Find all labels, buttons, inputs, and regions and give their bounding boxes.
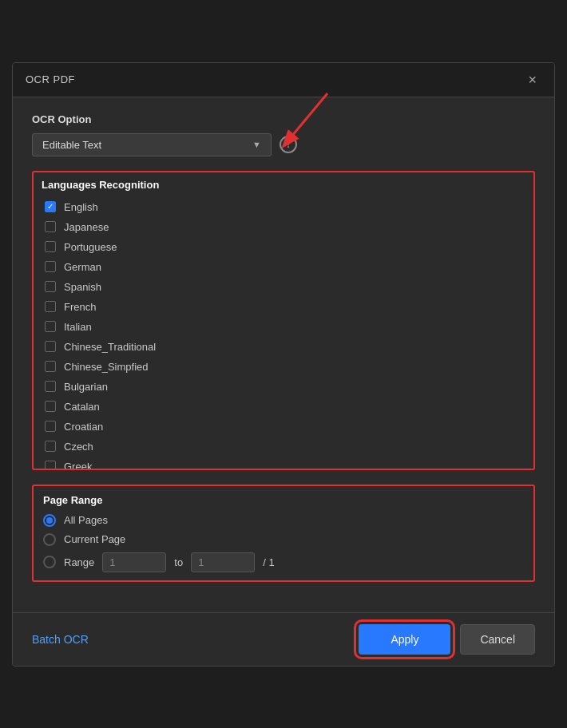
- language-item[interactable]: Japanese: [42, 217, 525, 237]
- language-name: French: [64, 301, 96, 313]
- language-item[interactable]: German: [42, 257, 525, 277]
- range-radio[interactable]: [43, 556, 56, 568]
- language-checkbox[interactable]: [45, 201, 56, 212]
- batch-ocr-button[interactable]: Batch OCR: [32, 633, 89, 646]
- language-checkbox[interactable]: [45, 461, 56, 469]
- language-checkbox[interactable]: [45, 401, 56, 412]
- language-checkbox[interactable]: [45, 281, 56, 292]
- range-label: Range: [64, 556, 94, 568]
- language-name: Croatian: [64, 421, 103, 433]
- language-item[interactable]: Portuguese: [42, 237, 525, 257]
- language-name: English: [64, 201, 98, 213]
- range-from-input[interactable]: [102, 552, 166, 572]
- current-page-row: Current Page: [43, 533, 524, 546]
- dialog-title: OCR PDF: [26, 73, 75, 85]
- language-item[interactable]: French: [42, 297, 525, 317]
- language-checkbox[interactable]: [45, 241, 56, 252]
- language-name: Czech: [64, 441, 93, 453]
- language-item[interactable]: Italian: [42, 317, 525, 337]
- language-name: Bulgarian: [64, 381, 108, 393]
- all-pages-row: All Pages: [43, 514, 524, 527]
- language-name: Spanish: [64, 281, 101, 293]
- language-name: German: [64, 261, 101, 273]
- languages-section: Languages Recognition EnglishJapanesePor…: [32, 171, 535, 470]
- ocr-option-row: Editable Text ▼ !: [32, 133, 535, 156]
- page-range-title: Page Range: [43, 494, 524, 506]
- language-name: Greek: [64, 461, 92, 469]
- ocr-option-label: OCR Option: [32, 113, 535, 125]
- to-label: to: [174, 556, 183, 568]
- title-bar: OCR PDF ×: [13, 63, 554, 97]
- current-page-label: Current Page: [64, 533, 125, 545]
- range-total: / 1: [263, 556, 274, 568]
- info-icon[interactable]: !: [280, 136, 297, 153]
- language-item[interactable]: Catalan: [42, 397, 525, 417]
- language-checkbox[interactable]: [45, 381, 56, 392]
- chevron-down-icon: ▼: [252, 140, 261, 149]
- language-checkbox[interactable]: [45, 321, 56, 332]
- language-item[interactable]: Chinese_Traditional: [42, 337, 525, 357]
- language-checkbox[interactable]: [45, 421, 56, 432]
- language-checkbox[interactable]: [45, 261, 56, 272]
- language-item[interactable]: Greek: [42, 457, 525, 469]
- language-checkbox[interactable]: [45, 301, 56, 312]
- language-item[interactable]: English: [42, 197, 525, 217]
- language-item[interactable]: Chinese_Simpfied: [42, 357, 525, 377]
- language-name: Catalan: [64, 401, 100, 413]
- language-item[interactable]: Czech: [42, 437, 525, 457]
- language-checkbox[interactable]: [45, 361, 56, 372]
- language-name: Portuguese: [64, 241, 117, 253]
- page-range-section: Page Range All Pages Current Page Range …: [32, 485, 535, 582]
- range-to-input[interactable]: [191, 552, 255, 572]
- cancel-button[interactable]: Cancel: [460, 624, 535, 655]
- language-name: Italian: [64, 321, 92, 333]
- footer: Batch OCR Apply Cancel: [13, 612, 554, 666]
- close-button[interactable]: ×: [523, 71, 541, 89]
- language-checkbox[interactable]: [45, 341, 56, 352]
- language-name: Chinese_Simpfied: [64, 361, 149, 373]
- apply-button[interactable]: Apply: [359, 624, 450, 655]
- language-item[interactable]: Bulgarian: [42, 377, 525, 397]
- dialog-content: OCR Option Editable Text ▼ ! Languages: [13, 97, 554, 612]
- footer-buttons: Apply Cancel: [359, 624, 535, 655]
- languages-title: Languages Recognition: [42, 179, 525, 191]
- language-list[interactable]: EnglishJapanesePortugueseGermanSpanishFr…: [34, 197, 533, 469]
- language-name: Chinese_Traditional: [64, 341, 156, 353]
- language-checkbox[interactable]: [45, 441, 56, 452]
- language-item[interactable]: Spanish: [42, 277, 525, 297]
- dropdown-value: Editable Text: [42, 139, 101, 151]
- ocr-pdf-dialog: OCR PDF × OCR Option Editable Text ▼ !: [12, 62, 555, 667]
- ocr-option-dropdown[interactable]: Editable Text ▼: [32, 133, 272, 156]
- all-pages-label: All Pages: [64, 514, 108, 526]
- language-checkbox[interactable]: [45, 221, 56, 232]
- range-row: Range to / 1: [43, 552, 524, 572]
- all-pages-radio[interactable]: [43, 514, 56, 527]
- language-name: Japanese: [64, 221, 109, 233]
- current-page-radio[interactable]: [43, 533, 56, 546]
- language-item[interactable]: Croatian: [42, 417, 525, 437]
